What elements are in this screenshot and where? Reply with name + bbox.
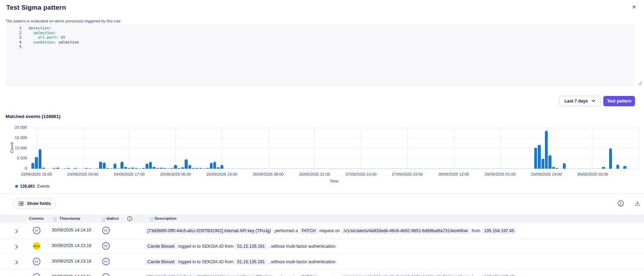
chart-bar[interactable]: [210, 163, 213, 169]
column-drag-handle[interactable]: [150, 217, 153, 223]
chart-bar[interactable]: [153, 167, 155, 169]
chart-bar[interactable]: [227, 168, 230, 169]
chart-bar[interactable]: [367, 168, 369, 169]
chart-bar[interactable]: [74, 168, 77, 169]
chart-bar[interactable]: [431, 168, 433, 169]
chart-bar[interactable]: [580, 168, 583, 169]
chart-bar[interactable]: [481, 168, 484, 169]
chart-bar[interactable]: [499, 168, 501, 169]
chart-bar[interactable]: [235, 168, 237, 169]
chart-bar[interactable]: [192, 168, 195, 169]
chart-bar[interactable]: [163, 168, 166, 169]
chart-bar[interactable]: [577, 168, 580, 169]
chart-bar[interactable]: [545, 131, 548, 169]
chart-bar[interactable]: [299, 168, 302, 169]
chart-bar[interactable]: [213, 162, 216, 169]
chart-bar[interactable]: [584, 168, 587, 169]
chart-bar[interactable]: [456, 168, 459, 169]
chart-bar[interactable]: [242, 168, 245, 169]
chart-bar[interactable]: [320, 168, 323, 169]
chart-bar[interactable]: [602, 167, 605, 169]
chart-bar[interactable]: [114, 164, 116, 169]
chart-bar[interactable]: [170, 168, 173, 169]
chart-bar[interactable]: [103, 162, 106, 169]
chart-bar[interactable]: [110, 168, 113, 169]
table-row[interactable]: IO30/09/2025 14:13:18IOCarole Bessetlogg…: [0, 254, 644, 269]
chart-bar[interactable]: [441, 168, 444, 169]
chart-bar[interactable]: [445, 168, 448, 169]
column-drag-handle[interactable]: [53, 217, 57, 223]
chart-bar[interactable]: [64, 168, 66, 169]
chart-bar[interactable]: [99, 162, 102, 169]
chart-bar[interactable]: [613, 168, 615, 169]
chart-bar[interactable]: [409, 168, 412, 169]
expand-chevron-icon[interactable]: [15, 229, 18, 235]
chart-bar[interactable]: [570, 168, 573, 169]
chart-bar[interactable]: [178, 168, 180, 169]
chart-bar[interactable]: [188, 165, 191, 169]
chart-bar[interactable]: [623, 166, 626, 169]
chart-bar[interactable]: [402, 168, 405, 169]
chart-bar[interactable]: [377, 168, 380, 169]
chart-bar[interactable]: [509, 168, 512, 169]
chart-bar[interactable]: [277, 168, 280, 169]
chart-bar[interactable]: [106, 168, 109, 169]
chart-bar[interactable]: [267, 168, 270, 169]
chart-bar[interactable]: [506, 168, 508, 169]
chart-bar[interactable]: [46, 168, 48, 169]
chart-bar[interactable]: [245, 168, 248, 169]
chart-bar[interactable]: [388, 168, 391, 169]
chart-bar[interactable]: [516, 168, 519, 169]
chart-bar[interactable]: [413, 168, 416, 169]
chart-bar[interactable]: [49, 168, 52, 169]
chart-bar[interactable]: [39, 149, 41, 169]
chart-bar[interactable]: [488, 168, 491, 169]
chart-bar[interactable]: [206, 168, 209, 169]
chart-bar[interactable]: [399, 168, 401, 169]
chart-bar[interactable]: [374, 168, 377, 169]
chart-bar[interactable]: [563, 163, 566, 169]
chart-bar[interactable]: [117, 168, 120, 169]
chart-bar[interactable]: [352, 168, 355, 169]
chart-bar[interactable]: [88, 168, 91, 169]
chart-bar[interactable]: [606, 168, 608, 169]
chart-bar[interactable]: [71, 168, 74, 169]
expand-chevron-icon[interactable]: [15, 244, 18, 250]
chart-bar[interactable]: [142, 168, 145, 169]
show-fields-button[interactable]: Show fields: [13, 198, 56, 209]
chart-bar[interactable]: [392, 168, 394, 169]
table-row[interactable]: IO30/09/2025 14:13:11IO[73d366f0-0ff0-44…: [0, 269, 644, 276]
chart-bar[interactable]: [310, 168, 312, 169]
test-pattern-button[interactable]: Test pattern: [603, 96, 635, 106]
chart-bar[interactable]: [520, 168, 523, 169]
table-row[interactable]: IO30/09/2025 14:14:10IO[73d366f0-0ff0-44…: [0, 223, 644, 238]
chart-bar[interactable]: [345, 168, 348, 169]
chart-bar[interactable]: [285, 168, 287, 169]
chart-bar[interactable]: [195, 168, 198, 169]
chart-bar[interactable]: [627, 168, 630, 169]
chart-bar[interactable]: [224, 168, 227, 169]
chart-bar[interactable]: [124, 167, 127, 169]
info-icon[interactable]: [617, 200, 624, 207]
chart-bar[interactable]: [306, 168, 309, 169]
chart-bar[interactable]: [449, 168, 451, 169]
chart-bar[interactable]: [342, 168, 344, 169]
chart-bar[interactable]: [463, 168, 466, 169]
chart-bar[interactable]: [513, 168, 516, 169]
chart-bar[interactable]: [292, 168, 294, 169]
chart-bar[interactable]: [435, 168, 437, 169]
chart-bar[interactable]: [427, 168, 430, 169]
chart-bar[interactable]: [249, 168, 252, 169]
chart-bar[interactable]: [85, 168, 88, 169]
chart-bar[interactable]: [167, 168, 170, 169]
chart-bar[interactable]: [31, 163, 34, 169]
chart-bar[interactable]: [67, 168, 70, 169]
chart-bar[interactable]: [128, 168, 130, 169]
chart-bar[interactable]: [356, 168, 359, 169]
chart-bar[interactable]: [295, 168, 298, 169]
chart-bar[interactable]: [531, 168, 534, 169]
chart-bar[interactable]: [467, 168, 469, 169]
chart-bar[interactable]: [256, 168, 259, 169]
chart-bar[interactable]: [288, 168, 291, 169]
chart-bar[interactable]: [253, 168, 255, 169]
